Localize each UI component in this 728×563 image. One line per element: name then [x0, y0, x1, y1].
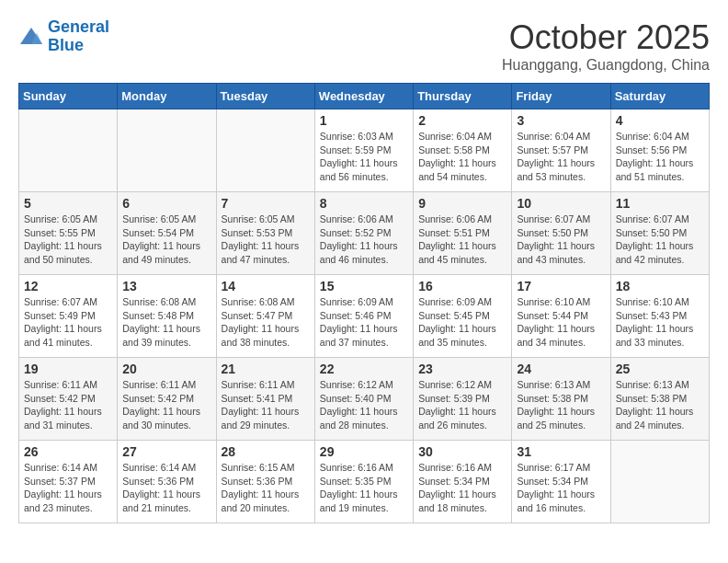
day-number: 21 — [222, 362, 310, 376]
calendar-cell — [216, 109, 314, 192]
calendar-cell: 16Sunrise: 6:09 AMSunset: 5:45 PMDayligh… — [414, 275, 512, 358]
day-info: Sunrise: 6:05 AMSunset: 5:55 PMDaylight:… — [24, 213, 112, 267]
calendar-week-5: 26Sunrise: 6:14 AMSunset: 5:37 PMDayligh… — [19, 441, 710, 523]
calendar-header-row: SundayMondayTuesdayWednesdayThursdayFrid… — [19, 84, 710, 109]
day-info: Sunrise: 6:09 AMSunset: 5:45 PMDaylight:… — [418, 295, 506, 350]
logo-line1: General — [48, 17, 109, 36]
day-number: 14 — [222, 279, 310, 293]
day-number: 2 — [418, 113, 506, 128]
calendar-cell: 5Sunrise: 6:05 AMSunset: 5:55 PMDaylight… — [19, 192, 118, 275]
day-info: Sunrise: 6:17 AMSunset: 5:34 PMDaylight:… — [517, 461, 605, 515]
day-info: Sunrise: 6:08 AMSunset: 5:47 PMDaylight:… — [222, 295, 310, 350]
col-header-thursday: Thursday — [414, 84, 512, 109]
day-info: Sunrise: 6:10 AMSunset: 5:43 PMDaylight:… — [616, 295, 704, 350]
day-info: Sunrise: 6:10 AMSunset: 5:44 PMDaylight:… — [517, 295, 605, 350]
logo-text: General Blue — [48, 18, 109, 55]
day-info: Sunrise: 6:16 AMSunset: 5:34 PMDaylight:… — [418, 461, 506, 515]
day-number: 5 — [24, 196, 112, 211]
col-header-tuesday: Tuesday — [216, 84, 314, 109]
day-number: 27 — [122, 444, 210, 459]
calendar-cell: 17Sunrise: 6:10 AMSunset: 5:44 PMDayligh… — [512, 275, 610, 358]
day-info: Sunrise: 6:06 AMSunset: 5:52 PMDaylight:… — [320, 213, 408, 267]
calendar-cell: 26Sunrise: 6:14 AMSunset: 5:37 PMDayligh… — [19, 441, 118, 523]
day-info: Sunrise: 6:03 AMSunset: 5:59 PMDaylight:… — [320, 130, 408, 184]
day-info: Sunrise: 6:13 AMSunset: 5:38 PMDaylight:… — [616, 378, 704, 432]
day-number: 25 — [616, 362, 704, 376]
day-number: 31 — [517, 444, 605, 459]
day-number: 4 — [616, 113, 704, 128]
calendar-cell: 12Sunrise: 6:07 AMSunset: 5:49 PMDayligh… — [19, 275, 118, 358]
day-info: Sunrise: 6:04 AMSunset: 5:58 PMDaylight:… — [418, 130, 506, 184]
day-info: Sunrise: 6:12 AMSunset: 5:40 PMDaylight:… — [320, 378, 408, 432]
title-area: October 2025 Huanggang, Guangdong, China — [502, 18, 710, 74]
day-number: 6 — [122, 196, 210, 211]
day-number: 20 — [122, 362, 210, 376]
day-number: 11 — [616, 196, 704, 211]
calendar-cell: 20Sunrise: 6:11 AMSunset: 5:42 PMDayligh… — [118, 358, 216, 441]
calendar-week-1: 1Sunrise: 6:03 AMSunset: 5:59 PMDaylight… — [19, 109, 710, 192]
day-info: Sunrise: 6:05 AMSunset: 5:54 PMDaylight:… — [122, 213, 210, 267]
day-number: 1 — [320, 113, 408, 128]
logo: General Blue — [18, 18, 109, 55]
calendar-week-3: 12Sunrise: 6:07 AMSunset: 5:49 PMDayligh… — [19, 275, 710, 358]
day-info: Sunrise: 6:13 AMSunset: 5:38 PMDaylight:… — [517, 378, 605, 432]
day-number: 8 — [320, 196, 408, 211]
calendar-cell — [118, 109, 216, 192]
calendar-body: 1Sunrise: 6:03 AMSunset: 5:59 PMDaylight… — [19, 109, 710, 523]
calendar-cell: 18Sunrise: 6:10 AMSunset: 5:43 PMDayligh… — [610, 275, 709, 358]
calendar-cell: 22Sunrise: 6:12 AMSunset: 5:40 PMDayligh… — [314, 358, 413, 441]
calendar-cell: 3Sunrise: 6:04 AMSunset: 5:57 PMDaylight… — [512, 109, 610, 192]
calendar-cell: 28Sunrise: 6:15 AMSunset: 5:36 PMDayligh… — [216, 441, 314, 523]
day-number: 15 — [320, 279, 408, 293]
day-number: 30 — [418, 444, 506, 459]
calendar-cell: 1Sunrise: 6:03 AMSunset: 5:59 PMDaylight… — [314, 109, 413, 192]
calendar-cell: 8Sunrise: 6:06 AMSunset: 5:52 PMDaylight… — [314, 192, 413, 275]
day-info: Sunrise: 6:07 AMSunset: 5:50 PMDaylight:… — [616, 213, 704, 267]
day-number: 26 — [24, 444, 112, 459]
calendar-week-4: 19Sunrise: 6:11 AMSunset: 5:42 PMDayligh… — [19, 358, 710, 441]
calendar-cell: 6Sunrise: 6:05 AMSunset: 5:54 PMDaylight… — [118, 192, 216, 275]
calendar-cell: 23Sunrise: 6:12 AMSunset: 5:39 PMDayligh… — [414, 358, 512, 441]
logo-line2: Blue — [48, 36, 84, 54]
day-info: Sunrise: 6:11 AMSunset: 5:41 PMDaylight:… — [222, 378, 310, 432]
calendar-cell — [19, 109, 118, 192]
day-number: 23 — [418, 362, 506, 376]
day-number: 19 — [24, 362, 112, 376]
calendar-cell: 21Sunrise: 6:11 AMSunset: 5:41 PMDayligh… — [216, 358, 314, 441]
calendar-cell: 29Sunrise: 6:16 AMSunset: 5:35 PMDayligh… — [314, 441, 413, 523]
calendar-cell: 2Sunrise: 6:04 AMSunset: 5:58 PMDaylight… — [414, 109, 512, 192]
day-info: Sunrise: 6:15 AMSunset: 5:36 PMDaylight:… — [222, 461, 310, 515]
day-info: Sunrise: 6:14 AMSunset: 5:36 PMDaylight:… — [122, 461, 210, 515]
day-number: 28 — [222, 444, 310, 459]
day-info: Sunrise: 6:04 AMSunset: 5:56 PMDaylight:… — [616, 130, 704, 184]
day-info: Sunrise: 6:05 AMSunset: 5:53 PMDaylight:… — [222, 213, 310, 267]
day-info: Sunrise: 6:09 AMSunset: 5:46 PMDaylight:… — [320, 295, 408, 350]
calendar-cell: 31Sunrise: 6:17 AMSunset: 5:34 PMDayligh… — [512, 441, 610, 523]
calendar-cell: 4Sunrise: 6:04 AMSunset: 5:56 PMDaylight… — [610, 109, 709, 192]
day-number: 24 — [517, 362, 605, 376]
logo-icon — [18, 24, 44, 50]
calendar-week-2: 5Sunrise: 6:05 AMSunset: 5:55 PMDaylight… — [19, 192, 710, 275]
calendar-cell: 7Sunrise: 6:05 AMSunset: 5:53 PMDaylight… — [216, 192, 314, 275]
location: Huanggang, Guangdong, China — [502, 57, 710, 74]
calendar-cell: 27Sunrise: 6:14 AMSunset: 5:36 PMDayligh… — [118, 441, 216, 523]
day-number: 12 — [24, 279, 112, 293]
day-number: 9 — [418, 196, 506, 211]
day-info: Sunrise: 6:07 AMSunset: 5:49 PMDaylight:… — [24, 295, 112, 350]
calendar-cell: 11Sunrise: 6:07 AMSunset: 5:50 PMDayligh… — [610, 192, 709, 275]
day-info: Sunrise: 6:06 AMSunset: 5:51 PMDaylight:… — [418, 213, 506, 267]
day-info: Sunrise: 6:11 AMSunset: 5:42 PMDaylight:… — [122, 378, 210, 432]
col-header-friday: Friday — [512, 84, 610, 109]
day-number: 29 — [320, 444, 408, 459]
day-info: Sunrise: 6:12 AMSunset: 5:39 PMDaylight:… — [418, 378, 506, 432]
calendar-cell: 14Sunrise: 6:08 AMSunset: 5:47 PMDayligh… — [216, 275, 314, 358]
calendar-cell: 30Sunrise: 6:16 AMSunset: 5:34 PMDayligh… — [414, 441, 512, 523]
col-header-wednesday: Wednesday — [314, 84, 413, 109]
col-header-sunday: Sunday — [19, 84, 118, 109]
page-header: General Blue October 2025 Huanggang, Gua… — [18, 18, 710, 74]
day-number: 16 — [418, 279, 506, 293]
calendar-cell: 10Sunrise: 6:07 AMSunset: 5:50 PMDayligh… — [512, 192, 610, 275]
day-number: 22 — [320, 362, 408, 376]
day-number: 7 — [222, 196, 310, 211]
day-number: 17 — [517, 279, 605, 293]
